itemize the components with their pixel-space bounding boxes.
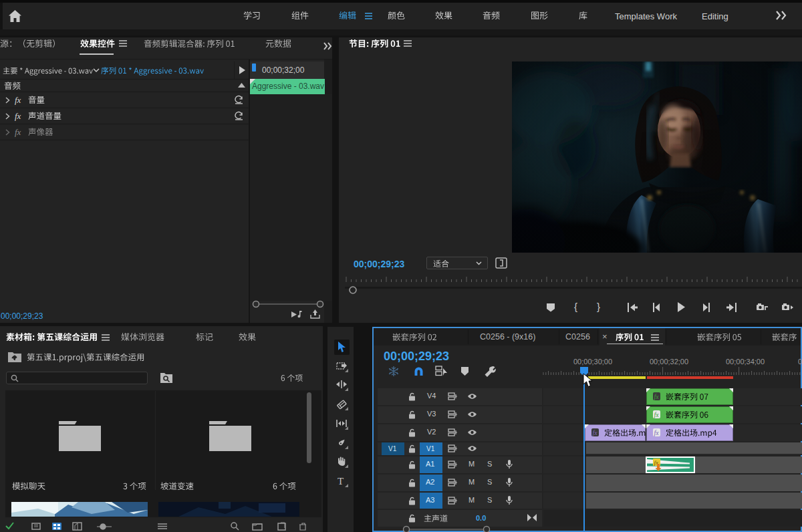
svg-text:T: T <box>338 476 344 487</box>
